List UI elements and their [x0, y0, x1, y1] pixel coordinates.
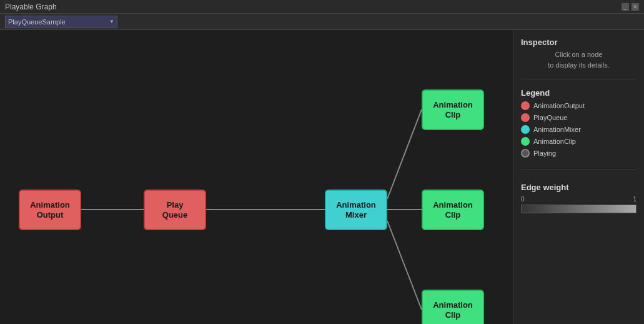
node-animation-clip-top[interactable]: AnimationClip	[422, 89, 484, 130]
main-area: AnimationOutput PlayQueue AnimationMixer…	[0, 30, 644, 324]
toolbar: PlayQueueSample ▼	[0, 14, 644, 30]
graph-dropdown[interactable]: PlayQueueSample ▼	[5, 16, 117, 28]
edge-weight-bar	[521, 205, 637, 213]
legend-dot-playing	[521, 149, 530, 158]
inspector-title: Inspector	[521, 38, 637, 47]
inspector-message: Click on a nodeto display its details.	[521, 49, 637, 70]
node-animation-mixer[interactable]: AnimationMixer	[325, 190, 387, 230]
node-animation-output[interactable]: AnimationOutput	[19, 190, 81, 230]
edge-weight-labels: 0 1	[521, 196, 637, 203]
chevron-down-icon: ▼	[109, 19, 114, 24]
node-animation-clip-mid[interactable]: AnimationClip	[422, 190, 484, 230]
legend-dot-animation-mixer	[521, 125, 530, 134]
minimize-button[interactable]: _	[622, 3, 629, 11]
legend-dot-play-queue	[521, 113, 530, 122]
legend-label-animation-clip: AnimationClip	[533, 138, 576, 145]
dropdown-value: PlayQueueSample	[8, 18, 66, 26]
node-animation-output-label: AnimationOutput	[30, 200, 70, 220]
legend-label-animation-output: AnimationOutput	[533, 102, 585, 109]
legend-item-animation-clip: AnimationClip	[521, 137, 637, 146]
legend-section: Legend AnimationOutput PlayQueue Animati…	[521, 88, 637, 161]
graph-area[interactable]: AnimationOutput PlayQueue AnimationMixer…	[0, 30, 513, 324]
edge-weight-max: 1	[633, 196, 637, 203]
inspector-section: Inspector Click on a nodeto display its …	[521, 38, 637, 70]
legend-item-playing: Playing	[521, 149, 637, 158]
edge-weight-min: 0	[521, 196, 525, 203]
legend-label-animation-mixer: AnimationMixer	[533, 126, 581, 133]
node-animation-clip-bot[interactable]: AnimationClip	[422, 290, 484, 324]
legend-item-animation-output: AnimationOutput	[521, 101, 637, 110]
graph-svg	[0, 30, 513, 324]
divider-2	[521, 170, 637, 170]
sidebar: Inspector Click on a nodeto display its …	[513, 30, 644, 324]
close-button[interactable]: ✕	[632, 3, 639, 11]
node-animation-clip-bot-label: AnimationClip	[433, 300, 473, 320]
legend-label-playing: Playing	[533, 149, 556, 157]
node-animation-clip-mid-label: AnimationClip	[433, 200, 473, 220]
legend-item-play-queue: PlayQueue	[521, 113, 637, 122]
edge-weight-section: Edge weight 0 1	[521, 179, 637, 213]
svg-line-2	[387, 109, 422, 199]
title-bar: Playable Graph _ ✕	[0, 0, 644, 14]
legend-dot-animation-clip	[521, 137, 530, 146]
legend-label-play-queue: PlayQueue	[533, 114, 567, 121]
svg-line-4	[387, 221, 422, 310]
title-bar-text: Playable Graph	[5, 3, 57, 11]
node-animation-mixer-label: AnimationMixer	[336, 200, 376, 220]
legend-dot-animation-output	[521, 101, 530, 110]
title-bar-controls: _ ✕	[622, 3, 639, 11]
legend-title: Legend	[521, 88, 637, 98]
node-play-queue-label: PlayQueue	[162, 200, 187, 220]
node-play-queue[interactable]: PlayQueue	[144, 190, 206, 230]
divider-1	[521, 79, 637, 79]
legend-item-animation-mixer: AnimationMixer	[521, 125, 637, 134]
node-animation-clip-top-label: AnimationClip	[433, 100, 473, 119]
edge-weight-title: Edge weight	[521, 183, 637, 192]
